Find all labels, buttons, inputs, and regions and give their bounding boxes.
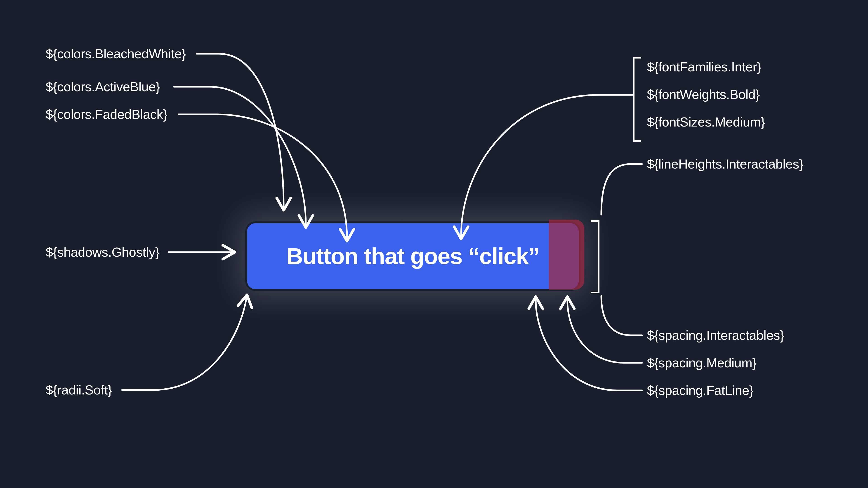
token-label-radii-soft: ${radii.Soft} [46,382,112,397]
line-radii-soft [122,298,246,390]
line-spacing-interactables [601,296,642,335]
token-label-spacing-medium: ${spacing.Medium} [647,355,756,370]
token-label-font-families-inter: ${fontFamilies.Inter} [647,59,761,74]
line-spacing-fatline [536,300,642,390]
line-lineheights [601,164,642,215]
token-label-colors-bleached-white: ${colors.BleachedWhite} [46,46,186,61]
token-label-font-weights-bold: ${fontWeights.Bold} [647,87,760,102]
example-button-label: Button that goes “click” [286,243,539,269]
token-label-spacing-interactables: ${spacing.Interactables} [647,328,784,343]
token-label-spacing-fat-line: ${spacing.FatLine} [647,383,753,398]
token-label-line-heights-interactables: ${lineHeights.Interactables} [647,156,803,171]
token-label-colors-faded-black: ${colors.FadedBlack} [46,107,167,122]
example-button[interactable]: Button that goes “click” [245,221,581,291]
line-bleached-white [197,54,284,207]
button-height-bracket-icon [591,220,599,293]
line-active-blue [174,87,306,224]
diagram-canvas: ${colors.BleachedWhite} ${colors.ActiveB… [0,0,868,488]
spacing-overlay [549,220,584,290]
line-spacing-medium [567,300,642,363]
line-faded-black [179,114,347,238]
font-group-bracket-icon [633,57,641,142]
token-label-font-sizes-medium: ${fontSizes.Medium} [647,114,765,129]
token-label-shadows-ghostly: ${shadows.Ghostly} [46,245,160,260]
token-label-colors-active-blue: ${colors.ActiveBlue} [46,79,160,94]
line-font-group [461,95,632,235]
